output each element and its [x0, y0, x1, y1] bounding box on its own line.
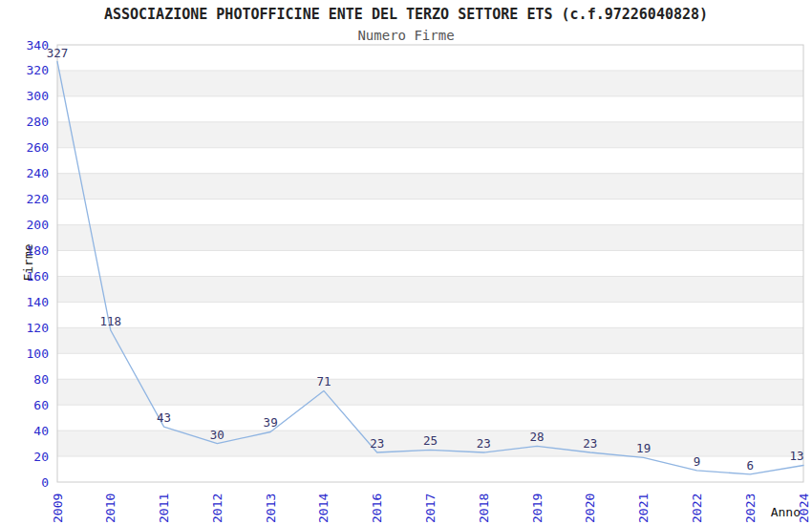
y-tick-label: 340	[27, 38, 49, 52]
data-point-label: 23	[583, 436, 597, 451]
plot-band	[57, 251, 803, 277]
data-point-label: 30	[210, 428, 224, 442]
x-tick-label: 2022	[690, 494, 704, 523]
x-tick-label: 2012	[210, 494, 224, 523]
plot-band	[57, 122, 803, 148]
plot-band	[57, 225, 803, 251]
y-tick-label: 80	[33, 372, 49, 387]
x-tick-label: 2024	[797, 494, 811, 523]
data-point-label: 23	[370, 436, 384, 451]
data-point-label: 23	[477, 436, 491, 451]
y-tick-label: 0	[41, 475, 49, 490]
plot-band	[57, 276, 803, 302]
x-tick-label: 2017	[423, 494, 438, 523]
data-point-label: 28	[530, 430, 545, 444]
y-tick-label: 220	[27, 192, 49, 206]
x-tick-label: 2023	[743, 494, 758, 523]
plot-band	[57, 353, 803, 379]
y-tick-label: 100	[27, 346, 49, 361]
y-tick-label: 320	[27, 63, 49, 77]
x-tick-label: 2010	[103, 494, 118, 523]
y-tick-label: 180	[27, 243, 49, 258]
x-tick-label: 2018	[477, 494, 491, 523]
data-point-label: 43	[157, 410, 171, 425]
plot-band	[57, 148, 803, 174]
chart-window: ASSOCIAZIONE PHOTOFFICINE ENTE DEL TERZO…	[0, 0, 812, 525]
data-point-label: 25	[423, 433, 438, 448]
plot-band	[57, 200, 803, 225]
data-point-label: 19	[636, 441, 651, 455]
data-point-label: 13	[789, 449, 803, 463]
y-tick-label: 40	[33, 424, 49, 438]
x-tick-label: 2011	[157, 494, 171, 523]
y-tick-label: 120	[27, 321, 49, 335]
plot-band	[57, 71, 803, 96]
x-tick-label: 2020	[583, 494, 597, 523]
y-tick-label: 240	[27, 166, 49, 180]
y-tick-label: 60	[33, 398, 49, 412]
data-point-label: 71	[316, 374, 331, 388]
data-point-label: 39	[264, 415, 278, 430]
data-point-label: 6	[746, 458, 754, 472]
x-tick-label: 2016	[370, 494, 384, 523]
data-point-label: 327	[47, 46, 69, 60]
y-tick-label: 20	[33, 450, 49, 464]
plot-band	[57, 302, 803, 327]
y-tick-label: 160	[27, 269, 49, 284]
y-tick-label: 260	[27, 140, 49, 155]
x-tick-label: 2014	[316, 494, 331, 523]
plot-band	[57, 45, 803, 71]
y-tick-label: 200	[27, 218, 49, 232]
y-tick-label: 300	[27, 89, 49, 103]
x-tick-label: 2021	[636, 494, 651, 523]
plot-band	[57, 96, 803, 122]
x-tick-label: 2009	[51, 494, 65, 523]
x-tick-label: 2019	[530, 494, 545, 523]
data-point-label: 9	[694, 454, 701, 469]
plot-band	[57, 327, 803, 353]
y-tick-label: 280	[27, 115, 49, 129]
y-tick-label: 140	[27, 295, 49, 309]
plot-band	[57, 174, 803, 200]
plot-band	[57, 379, 803, 405]
x-tick-label: 2013	[264, 494, 278, 523]
data-point-label: 118	[99, 314, 121, 328]
line-chart-canvas: 0204060801001201401601802002202402602803…	[0, 0, 812, 525]
